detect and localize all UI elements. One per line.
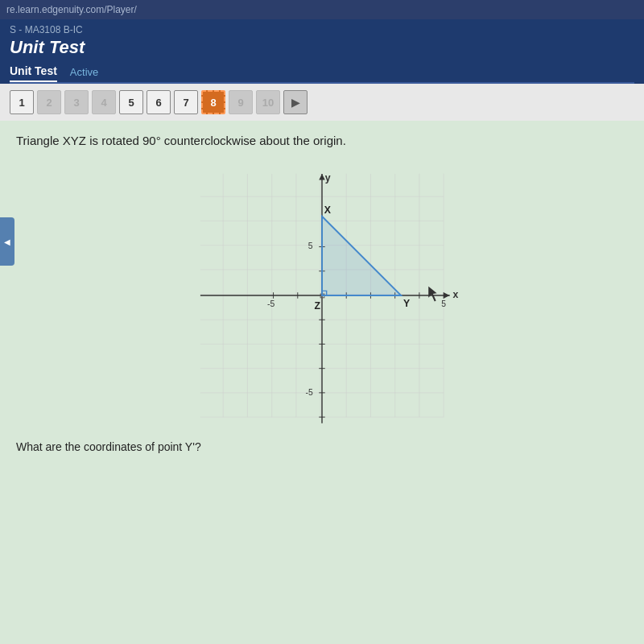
question-btn-9[interactable]: 9 — [229, 90, 253, 114]
y-axis-arrow — [319, 174, 325, 180]
page-title: Unit Test — [10, 37, 634, 58]
course-label: S - MA3108 B-IC — [10, 24, 634, 35]
coordinate-plane-svg: -5 5 5 -5 x y X Y Z — [185, 159, 459, 432]
side-tab-icon: ◀ — [3, 237, 12, 246]
answer-prompt-text: What are the coordinates of point Y'? — [16, 440, 628, 453]
header-section: S - MA3108 B-IC Unit Test Unit Test Acti… — [0, 19, 644, 84]
url-text: re.learn.edgenuity.com/Player/ — [6, 4, 137, 15]
svg-text:5: 5 — [308, 242, 313, 250]
question-text: Triangle XYZ is rotated 90° counterclock… — [16, 134, 628, 147]
question-btn-1[interactable]: 1 — [10, 90, 34, 114]
tab-unit-test[interactable]: Unit Test — [10, 61, 57, 82]
next-question-button[interactable]: ▶ — [283, 90, 308, 114]
point-x-label: X — [324, 204, 332, 216]
point-z-label: Z — [315, 300, 321, 312]
question-btn-6[interactable]: 6 — [147, 90, 171, 114]
svg-text:-5: -5 — [305, 388, 312, 397]
browser-url-bar: re.learn.edgenuity.com/Player/ — [0, 0, 644, 19]
y-axis-label: y — [325, 172, 331, 184]
question-btn-7[interactable]: 7 — [174, 90, 198, 114]
graph-container: -5 5 5 -5 x y X Y Z — [16, 159, 628, 432]
svg-text:-5: -5 — [267, 299, 275, 308]
side-panel-tab[interactable]: ◀ — [0, 217, 14, 266]
triangle-xyz — [322, 217, 401, 295]
x-axis-arrow — [444, 292, 450, 299]
svg-text:5: 5 — [441, 299, 446, 308]
x-axis-label: x — [452, 289, 458, 300]
content-area: ◀ Triangle XYZ is rotated 90° counterclo… — [0, 121, 644, 644]
point-y-label: Y — [403, 298, 410, 309]
question-btn-5[interactable]: 5 — [119, 90, 143, 114]
tab-bar: Unit Test Active — [10, 61, 634, 84]
coordinate-plane-wrapper: -5 5 5 -5 x y X Y Z — [185, 159, 459, 432]
main-content: ◀ Triangle XYZ is rotated 90° counterclo… — [0, 121, 644, 644]
question-btn-2[interactable]: 2 — [37, 90, 61, 114]
tab-status: Active — [70, 66, 98, 78]
question-btn-10[interactable]: 10 — [256, 90, 280, 114]
question-btn-4[interactable]: 4 — [92, 90, 116, 114]
question-btn-8[interactable]: 8 — [201, 90, 225, 114]
question-navigation: 1 2 3 4 5 6 7 8 9 10 ▶ — [0, 84, 644, 121]
question-btn-3[interactable]: 3 — [64, 90, 89, 114]
